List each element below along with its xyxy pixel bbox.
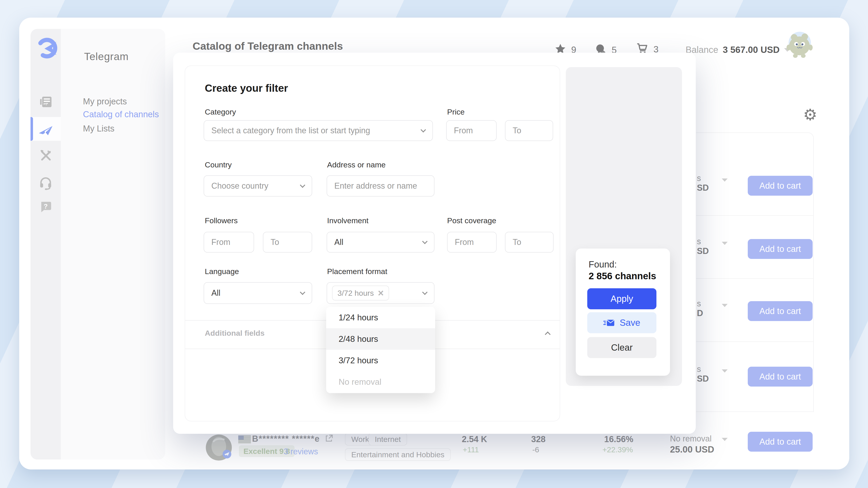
table-settings-gear-icon[interactable]: ⚙ [803, 107, 817, 123]
chevron-down-icon[interactable] [722, 304, 727, 307]
support-headset-icon[interactable] [31, 176, 61, 191]
placement-format-chip: 3/72 hours × [332, 286, 389, 300]
er-delta: -6 [532, 445, 539, 454]
dropdown-option-disabled[interactable]: No removal [326, 371, 435, 393]
balance-value: 3 567.00 USD [723, 45, 780, 55]
category-tag[interactable]: Entertainment and Hobbies [345, 448, 451, 461]
row-divider [696, 278, 813, 279]
price-to-placeholder: To [513, 126, 521, 135]
user-avatar[interactable] [785, 29, 814, 60]
post-coverage-to-input[interactable]: To [505, 232, 554, 253]
balance-dropdown[interactable]: Balance 3 567.00 USD [686, 45, 790, 55]
placement-format-label: Placement format [327, 267, 387, 276]
post-coverage-from-input[interactable]: From [447, 232, 497, 253]
channel-name[interactable]: B******** ******e [252, 434, 320, 444]
category-label: Category [205, 107, 236, 116]
reviews-link[interactable]: 3 reviews [284, 447, 318, 456]
app-logo[interactable] [35, 36, 60, 61]
chevron-down-icon [300, 289, 305, 295]
results-card: Found: 2 856 channels Apply Save Clear [576, 249, 670, 376]
row-price-fragment: D [697, 308, 703, 318]
coverage-delta: +22.39% [602, 445, 633, 454]
chevron-down-icon [422, 238, 428, 244]
save-button-label: Save [620, 318, 640, 328]
country-label: Country [205, 160, 232, 169]
chevron-down-icon [422, 289, 428, 295]
additional-fields-label: Additional fields [205, 329, 265, 337]
sidebar-item-my-lists[interactable]: My Lists [83, 124, 114, 133]
followers-delta: +111 [463, 445, 479, 454]
category-tag[interactable]: Internet [368, 433, 407, 446]
post-coverage-label: Post coverage [447, 216, 496, 225]
row-price-fragment: SD [697, 246, 709, 256]
chevron-down-icon[interactable] [722, 369, 727, 372]
address-placeholder: Enter address or name [334, 181, 417, 191]
category-select[interactable]: Select a category from the list or start… [204, 120, 433, 141]
add-to-cart-button[interactable]: Add to cart [748, 301, 813, 321]
add-to-cart-button[interactable]: Add to cart [748, 239, 813, 259]
chevron-down-icon[interactable] [722, 438, 727, 441]
sidebar-item-my-projects[interactable]: My projects [83, 97, 127, 106]
dropdown-option[interactable]: 3/72 hours [326, 350, 435, 371]
address-label: Address or name [327, 160, 385, 169]
row-format-fragment: s [697, 299, 701, 308]
app-window: ? Telegram My projects Catalog of channe… [19, 18, 849, 469]
found-count: 2 856 channels [589, 271, 656, 282]
page-title: Catalog of Telegram channels [193, 40, 343, 52]
involvement-label: Involvement [327, 216, 368, 225]
add-to-cart-button[interactable]: Add to cart [748, 176, 813, 196]
row-price-fragment: SD [697, 183, 709, 193]
placement-format-select[interactable]: 3/72 hours × [327, 282, 434, 304]
involvement-select[interactable]: All [327, 232, 434, 253]
chevron-down-icon [421, 127, 426, 132]
add-to-cart-button[interactable]: Add to cart [748, 367, 813, 387]
chevron-down-icon [300, 182, 305, 188]
followers-to-input[interactable]: To [263, 232, 312, 253]
placement-format-value: No removal [670, 434, 712, 444]
dropdown-option[interactable]: 1/24 hours [326, 307, 435, 328]
my-projects-icon[interactable] [31, 95, 61, 110]
row-format-fragment: s [697, 237, 701, 246]
row-format-fragment: s [697, 173, 701, 183]
chip-remove-icon[interactable]: × [378, 288, 384, 298]
found-label: Found: [589, 259, 617, 269]
row-divider [696, 412, 813, 412]
placement-format-dropdown: 1/24 hours 2/48 hours 3/72 hours No remo… [326, 307, 435, 393]
chevron-down-icon[interactable] [722, 242, 727, 245]
sidebar-icon-rail: ? [31, 29, 61, 459]
telegram-badge-icon [222, 449, 232, 460]
catalog-paper-plane-icon[interactable] [31, 122, 61, 139]
price-label: Price [447, 107, 465, 116]
price-value: 25.00 USD [670, 445, 714, 455]
svg-text:?: ? [43, 203, 48, 210]
post-coverage-from-placeholder: From [455, 237, 474, 247]
country-select[interactable]: Choose country [204, 175, 312, 197]
language-label: Language [205, 267, 239, 276]
modal-title: Create your filter [205, 82, 288, 94]
coverage-value: 16.56% [604, 434, 633, 444]
clear-button[interactable]: Clear [587, 337, 656, 358]
save-button[interactable]: Save [587, 312, 656, 333]
followers-value: 2.54 K [462, 434, 487, 444]
row-format-fragment: s [697, 364, 701, 374]
followers-from-input[interactable]: From [204, 232, 254, 253]
price-from-input[interactable]: From [446, 120, 497, 141]
help-icon[interactable]: ? [31, 200, 61, 214]
brand-name: Telegram [84, 51, 129, 63]
followers-from-placeholder: From [211, 237, 230, 247]
add-to-cart-button[interactable]: Add to cart [748, 432, 813, 452]
country-placeholder: Choose country [211, 181, 268, 191]
desktop-background: ? Telegram My projects Catalog of channe… [0, 0, 868, 488]
tools-icon[interactable] [31, 148, 61, 164]
sidebar: ? Telegram My projects Catalog of channe… [31, 29, 165, 459]
language-select[interactable]: All [204, 282, 312, 304]
sidebar-item-catalog-of-channels[interactable]: Catalog of channels [83, 109, 159, 119]
price-to-input[interactable]: To [505, 120, 553, 141]
external-link-icon[interactable] [324, 434, 333, 444]
apply-button[interactable]: Apply [587, 288, 656, 309]
involvement-value: All [334, 237, 343, 247]
chevron-down-icon[interactable] [722, 178, 727, 182]
address-input[interactable]: Enter address or name [327, 175, 434, 197]
dropdown-option-highlighted[interactable]: 2/48 hours [326, 328, 435, 350]
row-divider [696, 215, 813, 216]
